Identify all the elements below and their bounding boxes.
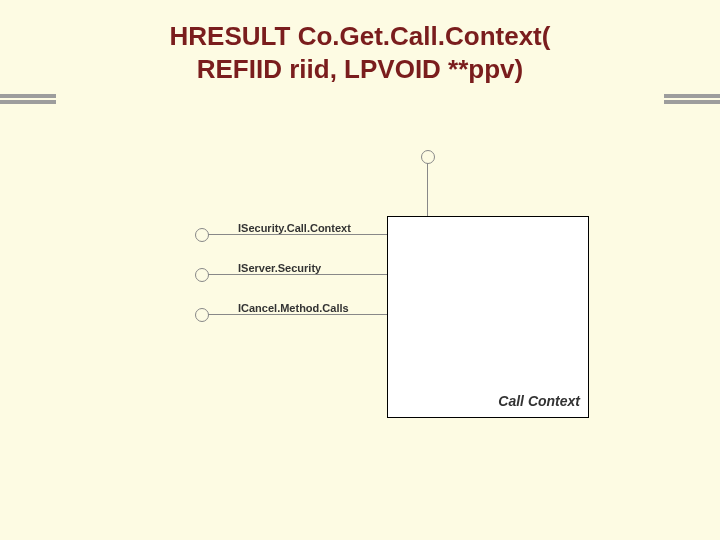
component-label: Call Context: [498, 393, 580, 409]
connector-1: [208, 234, 387, 235]
lollipop-icon: [195, 268, 209, 282]
interface-label-2: IServer.Security: [238, 262, 321, 274]
connector-2: [208, 274, 387, 275]
connector-3: [208, 314, 387, 315]
connector-top: [427, 163, 428, 216]
lollipop-top-icon: [421, 150, 435, 164]
component-box: Call Context: [387, 216, 589, 418]
lollipop-icon: [195, 228, 209, 242]
lollipop-icon: [195, 308, 209, 322]
interface-label-3: ICancel.Method.Calls: [238, 302, 349, 314]
diagram-canvas: Call Context ISecurity.Call.Context ISer…: [0, 0, 720, 540]
interface-label-1: ISecurity.Call.Context: [238, 222, 351, 234]
